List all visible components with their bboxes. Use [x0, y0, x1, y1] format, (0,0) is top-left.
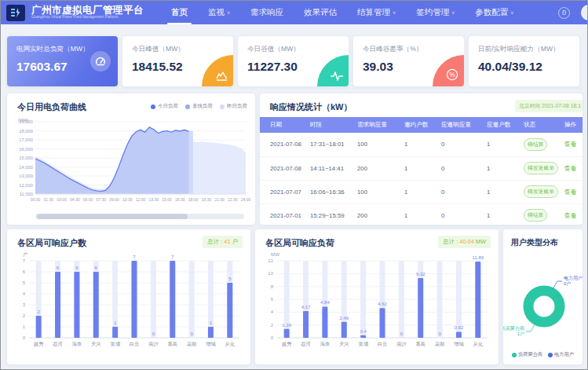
col-invited: 邀约户数: [403, 117, 440, 133]
svg-text:0.4: 0.4: [360, 329, 367, 334]
donut-legend: 负荷聚合商 电力用户: [503, 351, 583, 358]
load-curve-chart: (MW)11,00012,00013,00014,00015,00016,000…: [9, 117, 254, 211]
scrollbar-thumb[interactable]: [37, 214, 188, 219]
nav-item-monitor[interactable]: 监视˅: [198, 1, 240, 24]
svg-text:从化: 从化: [473, 341, 484, 347]
kpi-label: 日前/实时响应能力（MW）: [478, 45, 579, 54]
table-row: 2021-07-08 14:11~14:41 200 1 0 1 待发送账单 查…: [260, 156, 583, 180]
svg-text:7: 7: [133, 255, 136, 259]
col-date: 日期: [260, 117, 309, 133]
svg-text:6: 6: [23, 269, 26, 274]
panel-title: 今日用电负荷曲线: [17, 101, 86, 113]
col-period: 时段: [309, 117, 356, 133]
svg-text:越秀: 越秀: [34, 341, 43, 347]
svg-text:12: 12: [268, 258, 273, 263]
total-badge: 总计 : 41 户: [203, 236, 243, 248]
legend-dot: [512, 353, 517, 357]
svg-text:24:00: 24:00: [241, 197, 251, 202]
kpi-card-today-valley: 今日谷值（MW） 11227.30: [238, 36, 349, 86]
status-badge: 待发送账单: [524, 162, 558, 174]
cell-demand: 200: [356, 203, 403, 225]
svg-text:电力用户: 电力用户: [564, 275, 583, 281]
svg-text:4: 4: [23, 291, 26, 296]
cell-resp-users: 1: [485, 156, 522, 180]
nav-item-parameters[interactable]: 参数配置˅: [465, 1, 524, 24]
kpi-card-response-capability: 日前/实时响应能力（MW） 40.04/39.12: [469, 36, 579, 86]
legend-item-yesterday[interactable]: 昨日负荷: [220, 103, 247, 110]
cell-demand: 100: [356, 133, 403, 156]
nav-item-effect-evaluation[interactable]: 效果评估: [294, 1, 347, 24]
legend-item-today[interactable]: 今日负荷: [151, 103, 178, 110]
svg-text:17,000: 17,000: [19, 137, 33, 142]
legend-item-power-user[interactable]: 电力用户: [548, 351, 574, 358]
nav-item-home[interactable]: 首页: [161, 1, 198, 24]
svg-text:11.89: 11.89: [473, 255, 484, 260]
legend-item-baseline[interactable]: 基线负荷: [185, 103, 213, 110]
view-link[interactable]: 查看: [564, 212, 577, 219]
svg-text:13:30: 13:30: [148, 197, 159, 202]
svg-text:番禺: 番禺: [168, 341, 177, 347]
view-link[interactable]: 查看: [564, 165, 577, 172]
panel-title: 响应情况统计（kW）: [270, 101, 352, 113]
nav-item-demand-response[interactable]: 需求响应: [240, 1, 294, 24]
svg-text:12,000: 12,000: [19, 183, 33, 188]
svg-text:11,000: 11,000: [20, 192, 33, 196]
user-type-panel: 用户类型分布 电力用户0户负荷聚合商1户 负荷聚合商 电力用户: [503, 229, 583, 365]
chart-zoom-scrollbar[interactable]: [35, 214, 244, 219]
svg-text:0: 0: [23, 335, 26, 340]
svg-text:9.32: 9.32: [416, 272, 425, 277]
svg-text:1户: 1户: [517, 331, 524, 336]
cell-responded: 0: [440, 156, 485, 180]
chevron-down-icon: ˅: [393, 10, 396, 16]
notification-badge[interactable]: 0: [558, 7, 570, 19]
cell-invited: 1: [403, 133, 440, 156]
kpi-value: 40.04/39.12: [478, 60, 579, 74]
legend-item-aggregator[interactable]: 负荷聚合商: [512, 351, 542, 358]
svg-text:3: 3: [23, 302, 26, 307]
svg-text:2: 2: [23, 313, 26, 318]
cell-demand: 100: [356, 180, 403, 203]
svg-text:10: 10: [268, 271, 273, 276]
svg-text:22:30: 22:30: [228, 197, 238, 202]
svg-text:06:00: 06:00: [83, 197, 93, 202]
district-load-panel: 各区局可响应负荷 总计 : 40.04 MW MW0246810121.39越秀…: [255, 229, 499, 365]
svg-text:MW: MW: [271, 251, 279, 257]
status-badge: 待发送账单: [524, 185, 558, 198]
svg-text:1.39: 1.39: [282, 323, 291, 328]
cell-period: 17:31~18:01: [309, 133, 356, 156]
view-link[interactable]: 查看: [564, 189, 577, 196]
svg-text:09:00: 09:00: [109, 197, 119, 202]
svg-text:海珠: 海珠: [72, 341, 82, 347]
svg-text:%: %: [449, 71, 455, 79]
svg-text:4.17: 4.17: [301, 305, 311, 310]
table-row: 2021-07-01 15:29~15:59 200 1 0 1 待结算 查看: [260, 203, 583, 225]
response-table: 日期 时段 需求响应量 邀约户数 应邀响应量 应邀户数 状态 操作 2021-0…: [260, 117, 583, 225]
col-demand: 需求响应量: [356, 117, 403, 133]
legend-dot: [548, 353, 553, 357]
avatar[interactable]: [581, 5, 588, 20]
svg-text:增城: 增城: [454, 341, 464, 347]
cell-invited: 1: [403, 203, 440, 225]
chevron-down-icon: ˅: [451, 10, 455, 16]
app-logo: [6, 5, 25, 21]
svg-text:越秀: 越秀: [282, 341, 291, 347]
svg-text:增城: 增城: [206, 341, 216, 347]
cell-demand: 200: [356, 156, 403, 180]
table-row: 2021-07-07 16:06~16:36 100 1 0 1 待发送账单 查…: [260, 180, 583, 203]
svg-text:16:30: 16:30: [175, 197, 185, 202]
svg-text:2: 2: [271, 323, 274, 328]
svg-text:海珠: 海珠: [320, 341, 330, 347]
kpi-card-realtime-total-load: 电网实时总负荷（MW） 17603.67: [7, 36, 118, 86]
svg-text:18,000: 18,000: [19, 129, 33, 134]
svg-text:14,000: 14,000: [19, 165, 33, 170]
app-title-block: 广州市虚拟电厂管理平台 Guangzhou Virtual Power Plan…: [31, 5, 144, 20]
svg-text:白云: 白云: [378, 341, 387, 347]
svg-text:19,000: 19,000: [19, 119, 33, 124]
cell-resp-users: 1: [485, 133, 522, 156]
svg-text:荔湾: 荔湾: [301, 341, 310, 347]
svg-text:15,000: 15,000: [19, 156, 33, 160]
nav-item-settlement[interactable]: 结算管理˅: [347, 1, 406, 24]
nav-item-contract[interactable]: 签约管理˅: [406, 1, 465, 24]
svg-text:花都: 花都: [435, 341, 444, 347]
view-link[interactable]: 查看: [564, 141, 577, 148]
